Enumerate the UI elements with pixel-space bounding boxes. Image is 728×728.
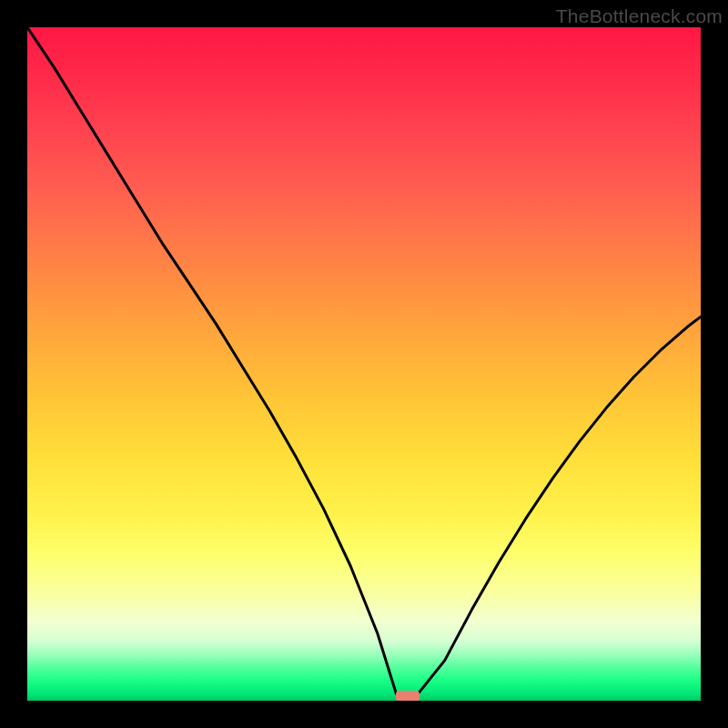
optimal-marker (396, 691, 420, 701)
chart-frame: TheBottleneck.com (0, 0, 728, 728)
bottleneck-curve (27, 27, 701, 701)
watermark-text: TheBottleneck.com (556, 5, 723, 27)
plot-area (27, 27, 701, 701)
